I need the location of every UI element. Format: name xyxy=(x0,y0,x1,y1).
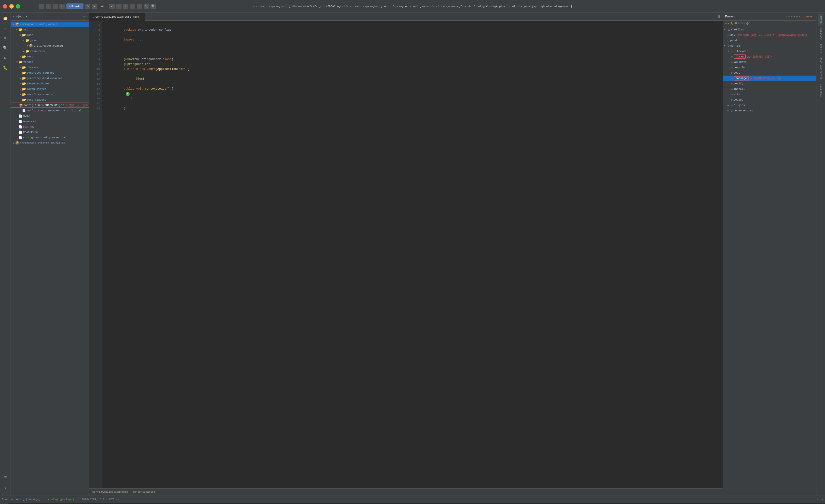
close-button[interactable] xyxy=(3,4,7,9)
maven-item-compile[interactable]: ⚙ compile xyxy=(723,65,816,70)
tree-item-maven-archiver[interactable]: ▶ 📂 maven-archiver xyxy=(11,81,89,86)
tree-gear-icon[interactable]: ≡ xyxy=(85,15,87,18)
tree-item-maven-status[interactable]: ▶ 📂 maven-status xyxy=(11,86,89,92)
maven-run-icon[interactable]: ▶ xyxy=(794,15,795,18)
git-commit-button[interactable]: ✓ xyxy=(109,4,115,9)
right-panel-database[interactable]: Database xyxy=(818,26,823,42)
git-pull-button[interactable]: ↓ xyxy=(123,4,129,9)
maven-item-dev[interactable]: ☑ dev 这里使用默认的 dev 环境配置，请根据实际情况选择环境 xyxy=(723,32,816,38)
sidebar-item-search[interactable]: 🔍 xyxy=(1,44,10,53)
code-editor[interactable]: package org.incoder.config; import ...; … xyxy=(102,21,723,488)
tree-item-target[interactable]: ▼ 📂 target xyxy=(11,59,89,65)
maven-item-lifecycle[interactable]: ▼ ⊡ Lifecycle xyxy=(723,49,816,54)
run-config-tab[interactable]: ⚙ config [package] xyxy=(11,498,41,501)
tree-settings-icon[interactable]: ⚙ xyxy=(83,15,85,18)
maven-item-prod[interactable]: ☐ prod xyxy=(723,38,816,43)
tree-item-mvnw-cmd[interactable]: 📄 mvnw.cmd xyxy=(11,119,89,124)
tree-item-classes[interactable]: ▶ 📂 classes xyxy=(11,65,89,70)
bottom-settings-icon[interactable]: ⚙ xyxy=(817,498,819,501)
prod-checkbox[interactable]: ☐ xyxy=(728,39,729,43)
maven-item-site[interactable]: ⚙ site xyxy=(723,92,816,97)
maven-tb-run[interactable]: ▶ xyxy=(728,22,730,25)
tree-item-pom[interactable]: 📄 pom.xml xyxy=(11,124,89,130)
tree-item-src[interactable]: ▼ 📂 src xyxy=(11,27,89,32)
settings-button[interactable]: ⚙ xyxy=(85,4,90,9)
editor-tab-config-tests[interactable]: ☕ ConfigApplicationTests.java ✕ xyxy=(89,13,145,21)
tree-label-mybatis: springboot-mybatis [mybatis] xyxy=(20,142,65,145)
tree-item-surefire-reports[interactable]: ▶ 📂 surefire-reports xyxy=(11,92,89,97)
pause-icon[interactable]: ⏸ xyxy=(718,15,721,19)
maven-item-plugins[interactable]: ▶ ⊡ Plugins xyxy=(723,102,816,108)
search-button[interactable]: 🔍 xyxy=(151,4,156,9)
clean-box[interactable]: clean xyxy=(734,55,746,59)
back-button[interactable]: ← xyxy=(46,4,51,9)
tree-item-test-classes[interactable]: ▶ 📂 test-classes xyxy=(11,97,89,102)
maven-item-test[interactable]: ⚙ test xyxy=(723,70,816,76)
build-button[interactable]: 🔨 xyxy=(144,4,149,9)
package-box[interactable]: package xyxy=(734,76,749,80)
maven-item-config[interactable]: ▼ ☕ config xyxy=(723,43,816,49)
breadcrumb-method[interactable]: contextLoads() xyxy=(133,491,155,493)
maven-tb-stop[interactable]: ⏹ xyxy=(735,22,737,25)
dev-checkbox[interactable]: ☑ xyxy=(728,33,729,37)
tree-item-iml[interactable]: 📄 springboot-config-maven.iml xyxy=(11,135,89,140)
undo-button[interactable]: ↩ xyxy=(130,4,135,9)
forward-button[interactable]: → xyxy=(53,4,58,9)
tree-item-package[interactable]: ▼ 📦 org.incoder.config xyxy=(11,43,89,49)
tree-item-gen-sources[interactable]: ▶ 📂 generated-sources xyxy=(11,70,89,76)
maven-item-profiles[interactable]: ▼ ☰ Profiles xyxy=(723,27,816,32)
maven-settings-icon[interactable]: ⚙ xyxy=(789,15,790,18)
tree-item-gen-test-sources[interactable]: ▶ 📂 generated-test-sources xyxy=(11,76,89,81)
sidebar-item-commit[interactable]: ✓ xyxy=(1,24,10,33)
maven-item-validate[interactable]: ⚙ validate xyxy=(723,59,816,65)
git-push-button[interactable]: ↑ xyxy=(116,4,122,9)
maven-item-dependencies[interactable]: ▶ ⊡ Dependencies xyxy=(723,108,816,113)
maven-tb-link[interactable]: 🔗 xyxy=(746,22,750,25)
tree-item-java[interactable]: ▼ 📂 java xyxy=(11,38,89,43)
tree-item-readme[interactable]: 📄 README.md xyxy=(11,130,89,135)
sidebar-item-structure[interactable]: ⊞ xyxy=(1,34,10,43)
sidebar-item-favorites[interactable]: ★ xyxy=(1,483,10,492)
tree-item-resources[interactable]: ▶ 📂 resources xyxy=(11,49,89,54)
minimize-button[interactable] xyxy=(9,4,14,9)
breadcrumb-class[interactable]: ConfigApplicationTests xyxy=(92,491,128,493)
sidebar-item-project[interactable]: 📁 xyxy=(1,14,10,23)
maven-item-verify[interactable]: ⚙ verify xyxy=(723,81,816,86)
run-gutter-icon[interactable]: ▶ xyxy=(126,92,130,96)
tree-item-test[interactable]: ▶ 📂 test xyxy=(11,54,89,59)
right-panel-word-book[interactable]: Word Book xyxy=(818,82,823,99)
maven-item-install[interactable]: ⚙ install xyxy=(723,86,816,92)
maven-refresh-icon[interactable]: ↻ xyxy=(786,15,788,18)
sidebar-item-run[interactable]: ▶ xyxy=(1,54,10,62)
maven-collapse-icon[interactable]: ≡ xyxy=(791,15,793,18)
maven-tb-expand[interactable]: ⊞ xyxy=(741,22,743,25)
run-config-button[interactable]: ▶ xyxy=(92,4,97,9)
maven-tb-filter[interactable]: ≡ xyxy=(744,22,745,25)
maven-tb-debug[interactable]: 🐛 xyxy=(730,22,734,25)
tab-close-icon[interactable]: ✕ xyxy=(141,15,142,18)
maven-item-deploy[interactable]: ⚙ deploy xyxy=(723,97,816,102)
right-panel-gradle[interactable]: Gradle xyxy=(818,42,823,55)
remote-button[interactable]: ⊞ Remote xyxy=(66,3,83,9)
maven-item-clean[interactable]: ⚙ clean 2.先清除项目旧缓存 xyxy=(723,54,816,59)
tree-item-main[interactable]: ▼ 📂 main xyxy=(11,32,89,38)
maximize-button[interactable] xyxy=(16,4,20,9)
tree-item-mvnw[interactable]: 📄 mvnw xyxy=(11,113,89,119)
sidebar-item-debug[interactable]: 🐛 xyxy=(1,63,10,72)
tree-item-springboot-config-maven[interactable]: ▼ 📦 springboot-config-maven xyxy=(11,22,89,27)
tree-item-mybatis[interactable]: ▶ 📦 springboot-mybatis [mybatis] xyxy=(11,140,89,146)
right-panel-maven[interactable]: Maven xyxy=(818,14,823,25)
home-button[interactable]: ⌂ xyxy=(59,4,65,9)
sidebar-item-structure-bottom[interactable]: ☰ xyxy=(1,474,10,482)
maven-tb-collapse[interactable]: ⊟ xyxy=(738,22,740,25)
redo-button[interactable]: ↪ xyxy=(137,4,142,9)
tree-item-jar-original[interactable]: 📄 config-0.0.1-SNAPSHOT.jar.original xyxy=(11,108,89,113)
tree-item-jar[interactable]: 📦 config-0.0.1-SNAPSHOT.jar 5.查看 jar 文件 xyxy=(11,102,89,108)
menu-button[interactable]: ☰ xyxy=(39,4,44,9)
maven-close-icon[interactable]: ✕ xyxy=(799,15,801,18)
bottom-minimize-icon[interactable]: – xyxy=(821,498,823,501)
right-panel-bean-validation[interactable]: Bean Validation xyxy=(818,56,823,81)
maven-tb-refresh[interactable]: ↻ xyxy=(725,22,727,25)
maven-item-package[interactable]: ⚙ package 3.构建项目打成 jar 包 xyxy=(723,76,816,81)
maven-add-icon[interactable]: + xyxy=(796,15,798,18)
